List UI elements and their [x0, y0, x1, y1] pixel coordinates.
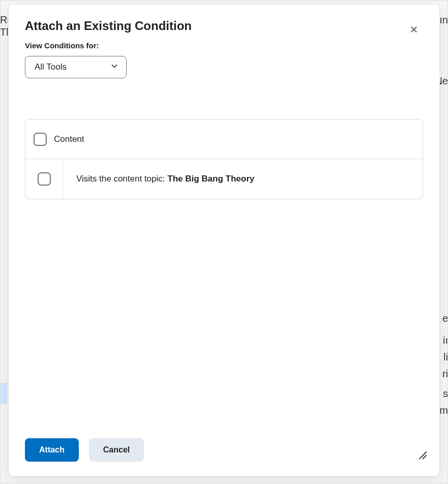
condition-item-row: Visits the content topic: The Big Bang T… — [25, 159, 423, 199]
condition-item-prefix: Visits the content topic: — [76, 174, 165, 184]
attach-button[interactable]: Attach — [25, 438, 79, 462]
tool-select-value: All Tools — [35, 62, 67, 72]
bg-text: iı — [443, 335, 448, 346]
bg-text: ri — [442, 368, 448, 380]
condition-item-checkbox-cell — [25, 159, 63, 199]
tool-select[interactable]: All Tools — [25, 56, 127, 78]
bg-text: Tl — [0, 26, 9, 38]
cancel-button[interactable]: Cancel — [89, 438, 144, 462]
modal-header: Attach an Existing Condition — [9, 5, 439, 35]
condition-item-topic: The Big Bang Theory — [167, 174, 254, 184]
modal-footer: Attach Cancel — [9, 428, 439, 476]
svg-line-1 — [423, 456, 427, 459]
close-button[interactable] — [404, 20, 424, 40]
condition-item-text: Visits the content topic: The Big Bang T… — [63, 159, 423, 199]
conditions-group-row: Content — [25, 119, 423, 159]
svg-line-0 — [420, 452, 426, 459]
group-label: Content — [54, 134, 84, 144]
bg-text: ın — [439, 14, 448, 26]
condition-item-checkbox[interactable] — [38, 172, 51, 186]
modal-title: Attach an Existing Condition — [25, 19, 423, 33]
bg-highlight — [0, 383, 7, 404]
resize-icon — [417, 452, 427, 461]
close-icon — [409, 25, 419, 36]
bg-text: s — [443, 388, 448, 400]
view-conditions-label: View Conditions for: — [25, 41, 423, 50]
resize-handle[interactable] — [417, 449, 427, 462]
group-checkbox-content[interactable] — [34, 133, 47, 146]
bg-text: e — [442, 313, 448, 324]
chevron-down-icon — [110, 62, 119, 73]
bg-text: li — [443, 351, 448, 363]
bg-text: m — [439, 405, 448, 416]
attach-condition-modal: Attach an Existing Condition View Condit… — [8, 4, 440, 476]
modal-body: View Conditions for: All Tools Content V… — [9, 35, 439, 428]
conditions-table: Content Visits the content topic: The Bi… — [25, 119, 423, 199]
